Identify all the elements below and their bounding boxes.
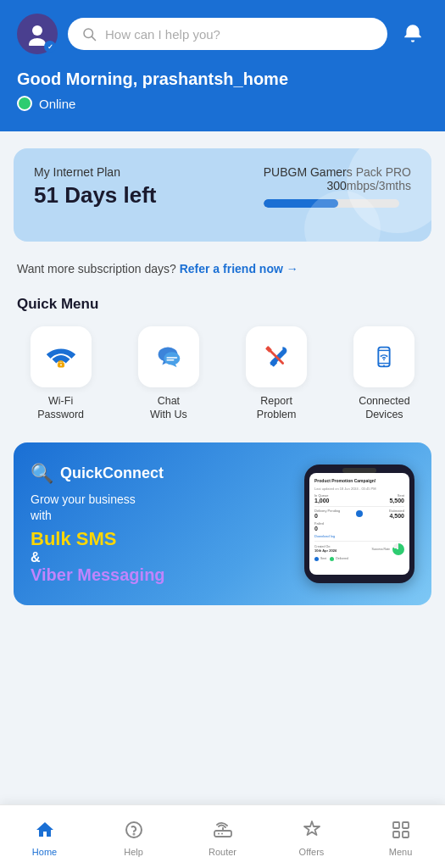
svg-point-7: [164, 352, 180, 364]
plan-name: PUBGM Gamers Pack PRO 300mbps/3mths: [264, 165, 411, 192]
menu-item-connected-devices[interactable]: ConnectedDevices: [334, 326, 435, 422]
refer-link[interactable]: Refer a friend now →: [180, 262, 298, 275]
nav-item-offers[interactable]: Offers: [267, 805, 356, 868]
banner-content-left: 🔍 QuickConnect Grow your business with B…: [31, 463, 165, 586]
chat-icon-box: [138, 326, 199, 387]
header: How can I help you? Good Morning, prasha…: [0, 0, 445, 131]
phone-title-row: Product Promotion Campaign!: [314, 478, 404, 483]
tools-icon: [260, 341, 292, 373]
online-status-text: Online: [39, 97, 75, 111]
status-row: Online: [17, 96, 428, 111]
report-problem-icon-box: [246, 326, 307, 387]
nav-item-help[interactable]: Help: [89, 805, 178, 868]
search-bar[interactable]: How can I help you?: [68, 18, 387, 50]
svg-line-3: [92, 36, 95, 40]
plan-card[interactable]: My Internet Plan 51 Days left PUBGM Game…: [14, 148, 431, 242]
header-top: How can I help you?: [17, 14, 428, 54]
phone-mockup: Product Promotion Campaign! Last updated…: [304, 465, 414, 583]
main-content: My Internet Plan 51 Days left PUBGM Game…: [0, 148, 445, 680]
online-status-dot: [17, 96, 32, 111]
nav-router-label: Router: [209, 847, 236, 857]
search-icon: [81, 26, 97, 42]
plan-left: My Internet Plan 51 Days left: [34, 165, 157, 209]
notification-bell[interactable]: [398, 19, 428, 49]
chat-icon: [153, 341, 185, 373]
wifi-lock-icon: [45, 341, 77, 373]
banner-highlight-sms: Bulk SMS: [31, 528, 165, 550]
banner-brand: QuickConnect: [60, 465, 164, 482]
offers-icon: [302, 820, 322, 843]
progress-bar-fill: [264, 199, 338, 208]
svg-point-21: [218, 833, 220, 835]
svg-point-17: [383, 359, 385, 360]
nav-item-menu[interactable]: Menu: [356, 805, 445, 868]
quickconnect-banner[interactable]: 🔍 QuickConnect Grow your business with B…: [14, 442, 431, 606]
svg-point-19: [133, 834, 134, 835]
refer-row: Want more subscription days? Refer a fri…: [0, 259, 445, 286]
svg-rect-24: [393, 822, 399, 828]
nav-item-home[interactable]: Home: [0, 805, 89, 868]
plan-right: PUBGM Gamers Pack PRO 300mbps/3mths: [264, 165, 411, 208]
svg-point-5: [60, 364, 62, 366]
connected-devices-icon-box: [353, 326, 414, 387]
svg-point-22: [221, 833, 223, 835]
plan-layout: My Internet Plan 51 Days left PUBGM Game…: [34, 165, 411, 209]
plan-label: My Internet Plan: [34, 165, 157, 179]
bottom-nav: Home Help Router: [0, 804, 445, 868]
svg-point-16: [383, 365, 385, 367]
banner-tagline1: Grow your business with: [31, 492, 165, 525]
plan-days-left: 51 Days left: [34, 182, 157, 209]
menu-item-wifi-password[interactable]: Wi-FiPassword: [10, 326, 111, 422]
menu-item-report-problem[interactable]: ReportProblem: [226, 326, 327, 422]
svg-point-1: [29, 38, 46, 46]
quickconnect-logo-icon: 🔍: [31, 463, 53, 485]
banner-highlight-viber: Viber Messaging: [31, 565, 165, 585]
wifi-password-label: Wi-FiPassword: [37, 394, 84, 422]
report-problem-label: ReportProblem: [257, 394, 297, 422]
quick-menu: Wi-FiPassword ChatWith Us: [0, 320, 445, 436]
avatar-verified-badge: [44, 41, 56, 53]
avatar[interactable]: [17, 14, 58, 54]
nav-item-router[interactable]: Router: [178, 805, 267, 868]
menu-item-chat-with-us[interactable]: ChatWith Us: [118, 326, 219, 422]
chat-with-us-label: ChatWith Us: [150, 394, 187, 422]
svg-point-0: [32, 25, 42, 36]
phone-wifi-icon: [368, 341, 400, 373]
nav-home-label: Home: [32, 847, 57, 857]
nav-menu-label: Menu: [389, 847, 413, 857]
phone-notch: [342, 468, 376, 473]
banner-and: &: [31, 550, 165, 565]
refer-text: Want more subscription days?: [17, 262, 176, 275]
banner-logo-row: 🔍 QuickConnect: [31, 463, 165, 485]
quick-menu-title: Quick Menu: [0, 286, 445, 320]
search-placeholder: How can I help you?: [105, 27, 220, 42]
menu-icon: [391, 820, 411, 843]
wifi-password-icon-box: [31, 326, 92, 387]
progress-bar-wrap: [264, 199, 399, 208]
svg-rect-27: [403, 832, 409, 837]
greeting-text: Good Morning, prashantsh_home: [17, 70, 428, 89]
nav-help-label: Help: [124, 847, 143, 857]
connected-devices-label: ConnectedDevices: [359, 394, 409, 422]
svg-rect-26: [393, 832, 399, 837]
svg-rect-25: [403, 822, 409, 828]
phone-screen: Product Promotion Campaign! Last updated…: [309, 473, 409, 575]
home-icon: [35, 820, 55, 843]
nav-offers-label: Offers: [299, 847, 325, 857]
phone-screen-title: Product Promotion Campaign!: [314, 478, 376, 483]
router-icon: [213, 820, 233, 843]
help-icon: [124, 820, 144, 843]
